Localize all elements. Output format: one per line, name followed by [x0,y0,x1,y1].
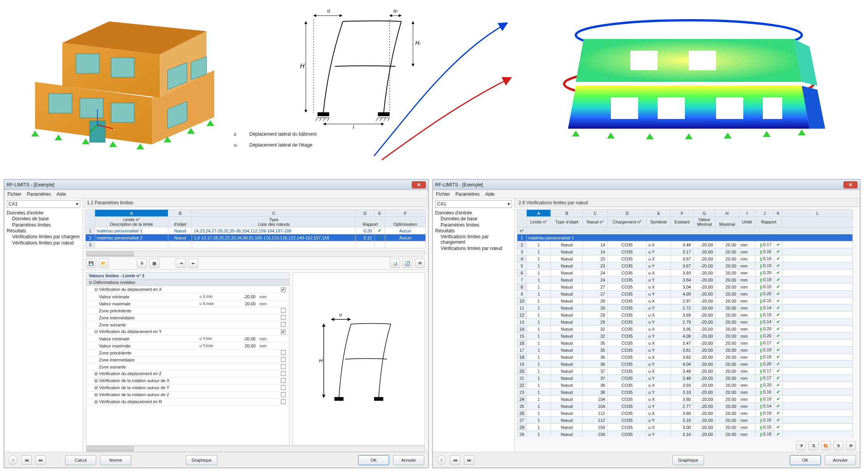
table-row[interactable]: 21 1 Nœud 37 CO35 u Y 3.48 -20.00 20.00 … [517,375,853,382]
table-row[interactable]: 5 1 Nœud 23 CO35 u Y 3.87 -20.00 20.00 m… [517,262,853,269]
titlebar-left[interactable]: RF-LIMITS - [Exemple] ✕ [4,180,428,190]
table-row[interactable]: 4 1 Nœud 23 CO35 u X 3.87 -20.00 20.00 m… [517,255,853,262]
property-row[interactable]: ⊟Vérification du déplacement en Y [86,328,289,335]
nav-prev-icon[interactable]: ⏮ [21,455,32,465]
tb-pick-icon[interactable]: 🖱 [137,259,147,268]
checkbox[interactable] [281,350,286,355]
property-row[interactable]: ⊟Déformations nodales [86,279,289,286]
tree-item[interactable]: Paramètres limites [435,222,512,228]
tb-import-icon[interactable]: ⇥ [176,259,186,268]
property-row[interactable]: Zone intermédiaire [86,314,289,321]
property-row[interactable]: Zone suivante [86,363,289,370]
property-row[interactable]: ⊞Vérification de la rotation autour de Z [86,392,289,399]
table-row[interactable]: 13 1 Nœud 29 CO35 u Y 2.79 -20.00 20.00 … [517,319,853,326]
tb-eye-icon[interactable]: 👁 [415,259,425,268]
table-row[interactable]: 19 1 Nœud 36 CO35 u Y 4.04 -20.00 20.00 … [517,361,853,368]
norm-button[interactable]: Norme [100,455,131,465]
table-row[interactable]: 1 matériau personnalisé 1 Nœud 14,23,24,… [86,227,426,234]
table-group-row[interactable]: 1matériau personnalisé 1 [517,234,853,241]
property-row[interactable]: ⊟Vérification du déplacement en X [86,286,289,293]
cancel-button[interactable]: Annuler [825,455,856,465]
titlebar-right[interactable]: RF-LIMITS - [Exemple] ✕ [433,180,860,190]
table-row[interactable]: 3 1 Nœud 14 CO35 u Y 3.17 -20.00 20.00 m… [517,248,853,255]
results-grid[interactable]: A B C D E F G H I J K L [517,209,853,437]
tb-color-icon[interactable]: 🎨 [821,441,831,450]
checkbox[interactable] [281,308,286,313]
tb-open-icon[interactable]: 📂 [99,259,109,268]
menu-file[interactable]: Fichier [7,191,21,197]
table-row[interactable]: 15 1 Nœud 32 CO35 u Y 4.08 -20.00 20.00 … [517,333,853,340]
table-row[interactable]: 9 1 Nœud 27 CO35 u Y 4.09 -20.00 20.00 m… [517,291,853,298]
tb-export-icon[interactable]: ⇤ [188,259,198,268]
tb-filter-icon[interactable]: ⧩ [796,441,806,450]
table-row[interactable]: 27 1 Nœud 112 CO35 u Y 3.18 -20.00 20.00… [517,417,853,424]
ok-button[interactable]: OK [358,455,389,465]
table-row[interactable]: 11 1 Nœud 28 CO35 u Y 2.72 -20.00 20.00 … [517,305,853,312]
close-button[interactable]: ✕ [843,181,857,188]
property-row[interactable]: Zone précédente [86,349,289,356]
tb-eye-icon[interactable]: 👁 [846,441,856,450]
tree-item[interactable]: Vérifications limites par chargement [435,234,512,245]
tb-excel-icon[interactable]: 📊 [390,259,400,268]
checkbox[interactable] [281,315,286,320]
table-row[interactable]: 14 1 Nœud 32 CO35 u X 3.95 -20.00 20.00 … [517,326,853,333]
table-row[interactable]: 2 matériau personnalisé 2 Nœud 1,8-13,17… [86,234,426,241]
checkbox[interactable] [281,385,286,390]
tree-item[interactable]: Données de base [435,216,512,222]
table-row[interactable]: 16 1 Nœud 35 CO35 u X 3.47 -20.00 20.00 … [517,340,853,347]
table-row[interactable]: 12 1 Nœud 29 CO35 u X 3.89 -20.00 20.00 … [517,312,853,319]
menu-help[interactable]: Aide [485,191,494,197]
loadcase-combo[interactable]: CA1 ▾ [435,200,512,208]
property-row[interactable]: ⊞Vérification de la rotation autour de Y [86,384,289,392]
tree-item[interactable]: Paramètres limites [7,222,80,228]
table-row[interactable]: 26 1 Nœud 112 CO35 u X 3.80 -20.00 20.00… [517,410,853,417]
tb-select-icon[interactable]: ▦ [149,259,159,268]
checkbox[interactable] [281,330,286,334]
table-row[interactable]: 29 1 Nœud 159 CO35 u Y 3.16 -20.00 20.00… [517,431,853,438]
table-row[interactable]: 23 1 Nœud 38 CO35 u Y 3.18 -20.00 20.00 … [517,389,853,396]
calc-button[interactable]: Calcul [65,455,96,465]
table-row[interactable]: 28 1 Nœud 159 CO35 u X 3.00 -20.00 20.00… [517,424,853,431]
table-row[interactable]: 6 1 Nœud 24 CO35 u X 3.93 -20.00 20.00 m… [517,269,853,276]
table-row[interactable]: 7 1 Nœud 24 CO35 u Y 3.84 -20.00 20.00 m… [517,276,853,283]
checkbox[interactable] [281,378,286,383]
tree-item[interactable]: Vérifications limites par nœud [7,240,80,246]
property-row[interactable]: Zone suivante [86,321,289,328]
horizontal-scrollbar[interactable] [86,446,425,452]
menu-help[interactable]: Aide [56,191,66,197]
table-row[interactable]: 25 1 Nœud 104 CO35 u Y 2.77 -20.00 20.00… [517,403,853,410]
table-row[interactable]: 18 1 Nœud 36 CO35 u X 3.82 -20.00 20.00 … [517,354,853,361]
property-row[interactable]: ⊞Vérification du déplacement en Z [86,370,289,377]
tb-pick-icon[interactable]: 🖱 [833,441,843,450]
help-icon[interactable]: ? [8,455,18,465]
tb-sort-icon[interactable]: ⇅ [808,441,819,450]
menu-file[interactable]: Fichier [436,191,450,197]
checkbox[interactable] [281,287,286,292]
ok-button[interactable]: OK [790,455,821,465]
nav-prev-icon[interactable]: ⏮ [450,455,460,465]
table-row[interactable]: 22 1 Nœud 38 CO35 u X 3.93 -20.00 20.00 … [517,382,853,389]
tree-item[interactable]: Vérifications limites par chargem [7,234,80,240]
table-row[interactable]: 24 1 Nœud 104 CO35 u X 3.80 -20.00 20.00… [517,396,853,403]
table-row[interactable]: 8 1 Nœud 27 CO35 u X 3.04 -20.00 20.00 m… [517,283,853,291]
graph-button[interactable]: Graphique [186,455,217,465]
close-button[interactable]: ✕ [412,181,426,188]
table-row[interactable]: 3 [86,241,426,248]
horizontal-scrollbar[interactable] [86,251,425,257]
property-row[interactable]: ⊞Vérification de la rotation autour de X [86,377,289,384]
property-row[interactable]: Zone intermédiaire [86,356,289,363]
table-row[interactable]: 17 1 Nœud 35 CO35 u Y 3.81 -20.00 20.00 … [517,347,853,354]
property-row[interactable]: Zone précédente [86,307,289,314]
cancel-button[interactable]: Annuler [393,455,424,465]
checkbox[interactable] [281,357,286,362]
nav-next-icon[interactable]: ⏭ [35,455,46,465]
checkbox[interactable] [281,364,286,369]
table-row[interactable]: 10 1 Nœud 28 CO35 u X 2.97 -20.00 20.00 … [517,298,853,305]
checkbox[interactable] [281,392,286,397]
menu-params[interactable]: Paramètres [27,191,51,197]
tb-refresh-icon[interactable]: 🔄 [402,259,413,268]
tb-save-icon[interactable]: 💾 [86,259,96,268]
table-row[interactable]: 2 1 Nœud 14 CO35 u X 3.48 -20.00 20.00 m… [517,241,853,248]
graph-button[interactable]: Graphique [672,455,704,465]
checkbox[interactable] [281,322,286,327]
